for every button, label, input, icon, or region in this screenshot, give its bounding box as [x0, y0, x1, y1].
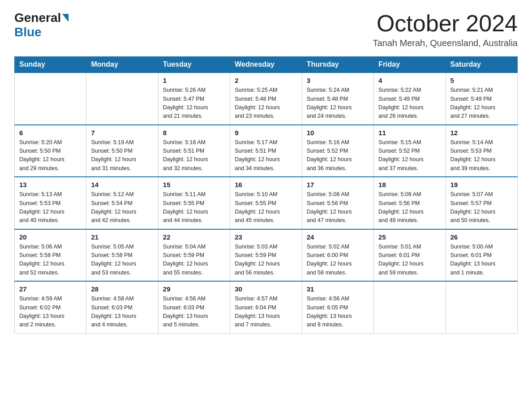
- day-number: 5: [450, 77, 513, 84]
- day-cell: [15, 73, 86, 125]
- day-cell: [446, 281, 517, 333]
- day-number: 28: [91, 285, 153, 293]
- day-info: Sunrise: 4:58 AMSunset: 6:03 PMDaylight:…: [163, 295, 225, 330]
- day-cell: 3Sunrise: 5:24 AMSunset: 5:48 PMDaylight…: [302, 73, 373, 125]
- day-number: 27: [19, 285, 82, 293]
- day-number: 15: [163, 181, 225, 188]
- day-number: 24: [307, 233, 369, 241]
- calendar-table: SundayMondayTuesdayWednesdayThursdayFrid…: [14, 56, 518, 334]
- day-cell: 16Sunrise: 5:10 AMSunset: 5:55 PMDayligh…: [230, 177, 302, 229]
- day-info: Sunrise: 5:02 AMSunset: 6:00 PMDaylight:…: [307, 243, 369, 278]
- day-cell: [374, 281, 446, 333]
- day-info: Sunrise: 5:17 AMSunset: 5:51 PMDaylight:…: [235, 138, 297, 173]
- day-number: 29: [163, 285, 225, 293]
- day-cell: 2Sunrise: 5:25 AMSunset: 5:48 PMDaylight…: [230, 73, 302, 125]
- calendar-header-row: SundayMondayTuesdayWednesdayThursdayFrid…: [15, 57, 518, 73]
- logo-blue-text: Blue: [14, 25, 42, 39]
- day-number: 22: [163, 233, 225, 241]
- day-info: Sunrise: 4:59 AMSunset: 6:02 PMDaylight:…: [19, 295, 82, 330]
- week-row-4: 20Sunrise: 5:06 AMSunset: 5:58 PMDayligh…: [15, 229, 518, 282]
- day-number: 6: [19, 129, 82, 137]
- day-number: 18: [378, 181, 441, 188]
- day-cell: 24Sunrise: 5:02 AMSunset: 6:00 PMDayligh…: [302, 229, 373, 282]
- day-cell: 26Sunrise: 5:00 AMSunset: 6:01 PMDayligh…: [446, 229, 517, 282]
- day-info: Sunrise: 5:08 AMSunset: 5:56 PMDaylight:…: [378, 190, 441, 225]
- day-info: Sunrise: 5:20 AMSunset: 5:50 PMDaylight:…: [19, 138, 82, 173]
- day-cell: 12Sunrise: 5:14 AMSunset: 5:53 PMDayligh…: [446, 125, 517, 177]
- day-number: 20: [19, 233, 82, 241]
- day-info: Sunrise: 4:56 AMSunset: 6:05 PMDaylight:…: [307, 295, 369, 330]
- day-cell: 13Sunrise: 5:13 AMSunset: 5:53 PMDayligh…: [15, 177, 86, 229]
- day-number: 17: [307, 181, 369, 188]
- logo-arrow-icon: [62, 14, 69, 22]
- column-header-monday: Monday: [86, 57, 158, 73]
- day-number: 23: [235, 233, 297, 241]
- day-cell: 25Sunrise: 5:01 AMSunset: 6:01 PMDayligh…: [374, 229, 446, 282]
- day-number: 30: [235, 285, 297, 293]
- day-cell: 4Sunrise: 5:22 AMSunset: 5:49 PMDaylight…: [374, 73, 446, 125]
- day-info: Sunrise: 5:25 AMSunset: 5:48 PMDaylight:…: [235, 86, 297, 121]
- week-row-3: 13Sunrise: 5:13 AMSunset: 5:53 PMDayligh…: [15, 177, 518, 229]
- column-header-sunday: Sunday: [15, 57, 86, 73]
- week-row-5: 27Sunrise: 4:59 AMSunset: 6:02 PMDayligh…: [15, 281, 518, 333]
- day-cell: 6Sunrise: 5:20 AMSunset: 5:50 PMDaylight…: [15, 125, 86, 177]
- day-number: 4: [378, 77, 441, 84]
- day-cell: 15Sunrise: 5:11 AMSunset: 5:55 PMDayligh…: [158, 177, 230, 229]
- day-info: Sunrise: 5:12 AMSunset: 5:54 PMDaylight:…: [91, 190, 153, 225]
- day-cell: 28Sunrise: 4:58 AMSunset: 6:03 PMDayligh…: [86, 281, 158, 333]
- day-number: 11: [378, 129, 441, 137]
- day-info: Sunrise: 5:14 AMSunset: 5:53 PMDaylight:…: [450, 138, 513, 173]
- week-row-2: 6Sunrise: 5:20 AMSunset: 5:50 PMDaylight…: [15, 125, 518, 177]
- day-info: Sunrise: 5:26 AMSunset: 5:47 PMDaylight:…: [163, 86, 225, 121]
- day-cell: 21Sunrise: 5:05 AMSunset: 5:58 PMDayligh…: [86, 229, 158, 282]
- day-info: Sunrise: 5:00 AMSunset: 6:01 PMDaylight:…: [450, 243, 513, 278]
- logo-general-text: General: [14, 11, 61, 25]
- day-number: 16: [235, 181, 297, 188]
- day-cell: [86, 73, 158, 125]
- column-header-thursday: Thursday: [302, 57, 373, 73]
- day-info: Sunrise: 5:13 AMSunset: 5:53 PMDaylight:…: [19, 190, 82, 225]
- day-info: Sunrise: 5:07 AMSunset: 5:57 PMDaylight:…: [450, 190, 513, 225]
- day-info: Sunrise: 5:06 AMSunset: 5:58 PMDaylight:…: [19, 243, 82, 278]
- day-cell: 17Sunrise: 5:08 AMSunset: 5:56 PMDayligh…: [302, 177, 373, 229]
- day-info: Sunrise: 5:22 AMSunset: 5:49 PMDaylight:…: [378, 86, 441, 121]
- day-cell: 11Sunrise: 5:15 AMSunset: 5:52 PMDayligh…: [374, 125, 446, 177]
- day-number: 8: [163, 129, 225, 137]
- day-number: 12: [450, 129, 513, 137]
- day-info: Sunrise: 5:05 AMSunset: 5:58 PMDaylight:…: [91, 243, 153, 278]
- day-info: Sunrise: 5:19 AMSunset: 5:50 PMDaylight:…: [91, 138, 153, 173]
- day-info: Sunrise: 4:57 AMSunset: 6:04 PMDaylight:…: [235, 295, 297, 330]
- day-cell: 29Sunrise: 4:58 AMSunset: 6:03 PMDayligh…: [158, 281, 230, 333]
- day-number: 25: [378, 233, 441, 241]
- day-cell: 31Sunrise: 4:56 AMSunset: 6:05 PMDayligh…: [302, 281, 373, 333]
- day-number: 31: [307, 285, 369, 293]
- day-info: Sunrise: 5:24 AMSunset: 5:48 PMDaylight:…: [307, 86, 369, 121]
- day-info: Sunrise: 5:16 AMSunset: 5:52 PMDaylight:…: [307, 138, 369, 173]
- day-cell: 23Sunrise: 5:03 AMSunset: 5:59 PMDayligh…: [230, 229, 302, 282]
- month-title: October 2024: [373, 11, 518, 36]
- day-info: Sunrise: 5:04 AMSunset: 5:59 PMDaylight:…: [163, 243, 225, 278]
- column-header-saturday: Saturday: [446, 57, 517, 73]
- location-subtitle: Tanah Merah, Queensland, Australia: [373, 38, 518, 48]
- day-cell: 18Sunrise: 5:08 AMSunset: 5:56 PMDayligh…: [374, 177, 446, 229]
- day-cell: 20Sunrise: 5:06 AMSunset: 5:58 PMDayligh…: [15, 229, 86, 282]
- day-info: Sunrise: 5:11 AMSunset: 5:55 PMDaylight:…: [163, 190, 225, 225]
- day-number: 2: [235, 77, 297, 84]
- day-info: Sunrise: 5:10 AMSunset: 5:55 PMDaylight:…: [235, 190, 297, 225]
- day-cell: 19Sunrise: 5:07 AMSunset: 5:57 PMDayligh…: [446, 177, 517, 229]
- day-number: 13: [19, 181, 82, 188]
- day-info: Sunrise: 5:08 AMSunset: 5:56 PMDaylight:…: [307, 190, 369, 225]
- day-number: 7: [91, 129, 153, 137]
- day-cell: 14Sunrise: 5:12 AMSunset: 5:54 PMDayligh…: [86, 177, 158, 229]
- day-number: 26: [450, 233, 513, 241]
- logo: General Blue: [14, 11, 69, 39]
- day-info: Sunrise: 5:03 AMSunset: 5:59 PMDaylight:…: [235, 243, 297, 278]
- day-number: 9: [235, 129, 297, 137]
- day-cell: 10Sunrise: 5:16 AMSunset: 5:52 PMDayligh…: [302, 125, 373, 177]
- day-number: 10: [307, 129, 369, 137]
- day-info: Sunrise: 5:15 AMSunset: 5:52 PMDaylight:…: [378, 138, 441, 173]
- day-cell: 1Sunrise: 5:26 AMSunset: 5:47 PMDaylight…: [158, 73, 230, 125]
- day-cell: 7Sunrise: 5:19 AMSunset: 5:50 PMDaylight…: [86, 125, 158, 177]
- day-number: 19: [450, 181, 513, 188]
- column-header-friday: Friday: [374, 57, 446, 73]
